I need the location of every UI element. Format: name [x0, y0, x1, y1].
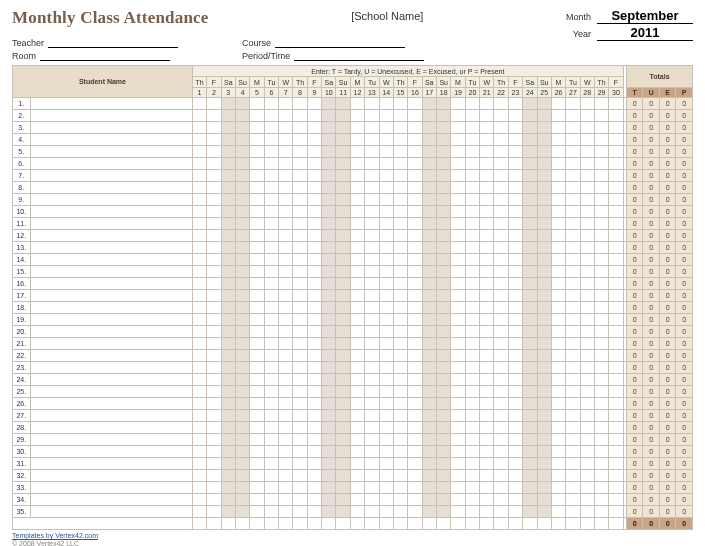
att-cell[interactable] [508, 278, 522, 290]
att-cell[interactable] [451, 326, 465, 338]
att-cell[interactable] [379, 470, 393, 482]
att-cell[interactable] [408, 470, 422, 482]
att-cell[interactable] [408, 242, 422, 254]
att-cell[interactable] [494, 470, 508, 482]
att-cell[interactable] [580, 278, 594, 290]
att-cell[interactable] [594, 350, 608, 362]
att-cell[interactable] [609, 362, 623, 374]
att-cell[interactable] [566, 326, 580, 338]
att-cell[interactable] [235, 134, 249, 146]
att-cell[interactable] [465, 98, 479, 110]
att-cell[interactable] [537, 254, 551, 266]
att-cell[interactable] [192, 314, 206, 326]
att-cell[interactable] [365, 278, 379, 290]
att-cell[interactable] [422, 170, 436, 182]
att-cell[interactable] [580, 470, 594, 482]
att-cell[interactable] [566, 122, 580, 134]
att-cell[interactable] [594, 110, 608, 122]
att-cell[interactable] [293, 266, 307, 278]
att-cell[interactable] [465, 326, 479, 338]
att-cell[interactable] [465, 434, 479, 446]
att-cell[interactable] [250, 122, 264, 134]
att-cell[interactable] [523, 230, 537, 242]
att-cell[interactable] [322, 326, 336, 338]
att-cell[interactable] [566, 446, 580, 458]
att-cell[interactable] [551, 302, 565, 314]
att-cell[interactable] [336, 506, 350, 518]
att-cell[interactable] [537, 494, 551, 506]
att-cell[interactable] [235, 326, 249, 338]
att-cell[interactable] [451, 242, 465, 254]
att-cell[interactable] [480, 170, 494, 182]
att-cell[interactable] [465, 398, 479, 410]
att-cell[interactable] [379, 314, 393, 326]
att-cell[interactable] [523, 470, 537, 482]
att-cell[interactable] [494, 386, 508, 398]
student-name-cell[interactable] [30, 338, 192, 350]
att-cell[interactable] [250, 314, 264, 326]
att-cell[interactable] [393, 290, 407, 302]
att-cell[interactable] [436, 458, 450, 470]
att-cell[interactable] [293, 398, 307, 410]
att-cell[interactable] [192, 434, 206, 446]
att-cell[interactable] [523, 254, 537, 266]
att-cell[interactable] [207, 98, 221, 110]
att-cell[interactable] [250, 338, 264, 350]
att-cell[interactable] [250, 350, 264, 362]
att-cell[interactable] [250, 470, 264, 482]
att-cell[interactable] [508, 146, 522, 158]
att-cell[interactable] [408, 494, 422, 506]
att-cell[interactable] [537, 98, 551, 110]
att-cell[interactable] [192, 458, 206, 470]
att-cell[interactable] [537, 134, 551, 146]
att-cell[interactable] [480, 446, 494, 458]
att-cell[interactable] [379, 506, 393, 518]
att-cell[interactable] [436, 218, 450, 230]
att-cell[interactable] [537, 218, 551, 230]
att-cell[interactable] [264, 350, 278, 362]
att-cell[interactable] [523, 314, 537, 326]
att-cell[interactable] [221, 374, 235, 386]
att-cell[interactable] [322, 230, 336, 242]
student-name-cell[interactable] [30, 386, 192, 398]
att-cell[interactable] [293, 242, 307, 254]
att-cell[interactable] [451, 254, 465, 266]
att-cell[interactable] [408, 266, 422, 278]
period-input[interactable] [294, 51, 424, 61]
att-cell[interactable] [307, 302, 321, 314]
att-cell[interactable] [264, 158, 278, 170]
att-cell[interactable] [422, 110, 436, 122]
att-cell[interactable] [250, 254, 264, 266]
att-cell[interactable] [250, 290, 264, 302]
att-cell[interactable] [192, 122, 206, 134]
att-cell[interactable] [192, 170, 206, 182]
att-cell[interactable] [393, 254, 407, 266]
att-cell[interactable] [494, 398, 508, 410]
att-cell[interactable] [235, 410, 249, 422]
att-cell[interactable] [408, 410, 422, 422]
att-cell[interactable] [494, 422, 508, 434]
att-cell[interactable] [250, 278, 264, 290]
att-cell[interactable] [494, 314, 508, 326]
att-cell[interactable] [480, 110, 494, 122]
att-cell[interactable] [207, 398, 221, 410]
att-cell[interactable] [480, 254, 494, 266]
att-cell[interactable] [264, 362, 278, 374]
att-cell[interactable] [279, 446, 293, 458]
student-name-cell[interactable] [30, 506, 192, 518]
att-cell[interactable] [580, 206, 594, 218]
att-cell[interactable] [293, 98, 307, 110]
att-cell[interactable] [494, 98, 508, 110]
att-cell[interactable] [580, 326, 594, 338]
att-cell[interactable] [279, 242, 293, 254]
att-cell[interactable] [422, 446, 436, 458]
att-cell[interactable] [551, 446, 565, 458]
att-cell[interactable] [293, 218, 307, 230]
att-cell[interactable] [408, 398, 422, 410]
att-cell[interactable] [350, 98, 364, 110]
att-cell[interactable] [235, 482, 249, 494]
att-cell[interactable] [307, 398, 321, 410]
att-cell[interactable] [508, 362, 522, 374]
att-cell[interactable] [264, 182, 278, 194]
att-cell[interactable] [221, 410, 235, 422]
